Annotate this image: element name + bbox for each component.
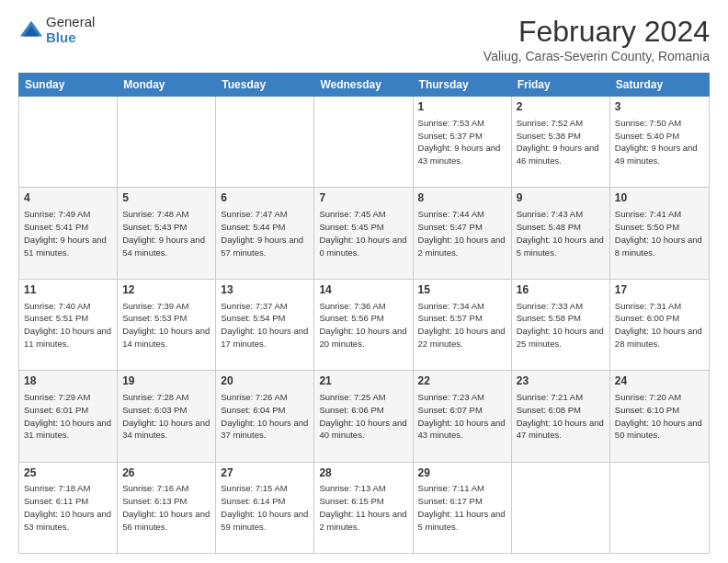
calendar-row-0: 1Sunrise: 7:53 AM Sunset: 5:37 PM Daylig… bbox=[19, 97, 709, 187]
cell-info: Sunrise: 7:31 AM Sunset: 6:00 PM Dayligh… bbox=[615, 300, 704, 350]
calendar-row-3: 18Sunrise: 7:29 AM Sunset: 6:01 PM Dayli… bbox=[19, 370, 709, 461]
cell-info: Sunrise: 7:45 AM Sunset: 5:45 PM Dayligh… bbox=[319, 208, 407, 259]
cal-cell-2-1: 12Sunrise: 7:39 AM Sunset: 5:53 PM Dayli… bbox=[118, 280, 216, 370]
cell-info: Sunrise: 7:49 AM Sunset: 5:41 PM Dayligh… bbox=[24, 208, 112, 259]
cell-info: Sunrise: 7:47 AM Sunset: 5:44 PM Dayligh… bbox=[221, 208, 309, 259]
cell-day-number: 10 bbox=[615, 190, 704, 206]
cell-info: Sunrise: 7:43 AM Sunset: 5:48 PM Dayligh… bbox=[517, 208, 605, 259]
cell-day-number: 8 bbox=[418, 190, 506, 206]
cal-cell-3-6: 24Sunrise: 7:20 AM Sunset: 6:10 PM Dayli… bbox=[610, 371, 709, 461]
cell-day-number: 5 bbox=[122, 190, 210, 206]
cal-cell-2-3: 14Sunrise: 7:36 AM Sunset: 5:56 PM Dayli… bbox=[314, 280, 413, 370]
logo: General Blue bbox=[18, 15, 95, 45]
cal-cell-2-0: 11Sunrise: 7:40 AM Sunset: 5:51 PM Dayli… bbox=[19, 280, 118, 370]
page: General Blue February 2024 Valiug, Caras… bbox=[0, 0, 728, 563]
cell-info: Sunrise: 7:11 AM Sunset: 6:17 PM Dayligh… bbox=[418, 482, 506, 533]
cell-day-number: 15 bbox=[418, 282, 506, 298]
cell-day-number: 29 bbox=[418, 465, 506, 481]
cell-info: Sunrise: 7:28 AM Sunset: 6:03 PM Dayligh… bbox=[122, 391, 210, 442]
cell-day-number: 25 bbox=[24, 465, 112, 481]
cal-cell-0-6: 3Sunrise: 7:50 AM Sunset: 5:40 PM Daylig… bbox=[610, 97, 709, 187]
cell-info: Sunrise: 7:52 AM Sunset: 5:38 PM Dayligh… bbox=[517, 117, 605, 167]
cell-info: Sunrise: 7:48 AM Sunset: 5:43 PM Dayligh… bbox=[122, 208, 210, 259]
cell-info: Sunrise: 7:37 AM Sunset: 5:54 PM Dayligh… bbox=[221, 300, 309, 350]
cal-cell-1-3: 7Sunrise: 7:45 AM Sunset: 5:45 PM Daylig… bbox=[314, 188, 413, 278]
cal-cell-4-6 bbox=[610, 463, 709, 553]
cal-cell-3-3: 21Sunrise: 7:25 AM Sunset: 6:06 PM Dayli… bbox=[314, 371, 413, 461]
cal-cell-4-5 bbox=[512, 463, 610, 553]
cell-day-number: 23 bbox=[517, 373, 605, 389]
cell-info: Sunrise: 7:13 AM Sunset: 6:15 PM Dayligh… bbox=[319, 482, 407, 533]
cell-day-number: 6 bbox=[221, 190, 309, 206]
cell-info: Sunrise: 7:53 AM Sunset: 5:37 PM Dayligh… bbox=[418, 117, 506, 167]
cell-day-number: 22 bbox=[418, 373, 506, 389]
cell-day-number: 7 bbox=[319, 190, 407, 206]
cal-cell-1-0: 4Sunrise: 7:49 AM Sunset: 5:41 PM Daylig… bbox=[19, 188, 118, 278]
cell-day-number: 24 bbox=[615, 373, 704, 389]
cal-cell-4-0: 25Sunrise: 7:18 AM Sunset: 6:11 PM Dayli… bbox=[19, 463, 118, 553]
cell-day-number: 16 bbox=[517, 282, 605, 298]
cal-cell-0-3 bbox=[314, 97, 413, 187]
calendar-row-1: 4Sunrise: 7:49 AM Sunset: 5:41 PM Daylig… bbox=[19, 187, 709, 278]
location: Valiug, Caras-Severin County, Romania bbox=[483, 49, 710, 63]
cell-day-number: 3 bbox=[615, 99, 704, 115]
cell-info: Sunrise: 7:18 AM Sunset: 6:11 PM Dayligh… bbox=[24, 482, 112, 533]
weekday-header-saturday: Saturday bbox=[610, 74, 709, 96]
cell-info: Sunrise: 7:15 AM Sunset: 6:14 PM Dayligh… bbox=[221, 482, 309, 533]
cell-day-number: 14 bbox=[319, 282, 407, 298]
cell-day-number: 28 bbox=[319, 465, 407, 481]
cal-cell-0-5: 2Sunrise: 7:52 AM Sunset: 5:38 PM Daylig… bbox=[512, 97, 610, 187]
cell-day-number: 17 bbox=[615, 282, 704, 298]
cell-day-number: 12 bbox=[122, 282, 210, 298]
calendar-body: 1Sunrise: 7:53 AM Sunset: 5:37 PM Daylig… bbox=[18, 97, 710, 554]
logo-icon bbox=[18, 17, 44, 43]
weekday-header-tuesday: Tuesday bbox=[216, 74, 314, 96]
cell-info: Sunrise: 7:29 AM Sunset: 6:01 PM Dayligh… bbox=[24, 391, 112, 442]
cell-day-number: 11 bbox=[24, 282, 112, 298]
cal-cell-0-0 bbox=[19, 97, 118, 187]
calendar: SundayMondayTuesdayWednesdayThursdayFrid… bbox=[18, 73, 710, 554]
cal-cell-4-4: 29Sunrise: 7:11 AM Sunset: 6:17 PM Dayli… bbox=[414, 463, 512, 553]
cell-day-number: 1 bbox=[418, 99, 506, 115]
cell-day-number: 13 bbox=[221, 282, 309, 298]
cell-day-number: 19 bbox=[122, 373, 210, 389]
cell-day-number: 4 bbox=[24, 190, 112, 206]
cal-cell-4-3: 28Sunrise: 7:13 AM Sunset: 6:15 PM Dayli… bbox=[314, 463, 413, 553]
cal-cell-3-5: 23Sunrise: 7:21 AM Sunset: 6:08 PM Dayli… bbox=[512, 371, 610, 461]
cell-info: Sunrise: 7:21 AM Sunset: 6:08 PM Dayligh… bbox=[517, 391, 605, 442]
cell-info: Sunrise: 7:44 AM Sunset: 5:47 PM Dayligh… bbox=[418, 208, 506, 259]
cal-cell-4-2: 27Sunrise: 7:15 AM Sunset: 6:14 PM Dayli… bbox=[216, 463, 314, 553]
cell-day-number: 27 bbox=[221, 465, 309, 481]
cell-day-number: 20 bbox=[221, 373, 309, 389]
title-area: February 2024 Valiug, Caras-Severin Coun… bbox=[483, 15, 710, 63]
cal-cell-1-6: 10Sunrise: 7:41 AM Sunset: 5:50 PM Dayli… bbox=[610, 188, 709, 278]
cell-info: Sunrise: 7:33 AM Sunset: 5:58 PM Dayligh… bbox=[517, 300, 605, 350]
logo-blue-text: Blue bbox=[46, 30, 95, 46]
cell-info: Sunrise: 7:34 AM Sunset: 5:57 PM Dayligh… bbox=[418, 300, 506, 350]
cal-cell-0-1 bbox=[118, 97, 216, 187]
cell-info: Sunrise: 7:50 AM Sunset: 5:40 PM Dayligh… bbox=[615, 117, 704, 167]
cal-cell-3-1: 19Sunrise: 7:28 AM Sunset: 6:03 PM Dayli… bbox=[118, 371, 216, 461]
cell-info: Sunrise: 7:23 AM Sunset: 6:07 PM Dayligh… bbox=[418, 391, 506, 442]
cell-day-number: 9 bbox=[517, 190, 605, 206]
cal-cell-2-2: 13Sunrise: 7:37 AM Sunset: 5:54 PM Dayli… bbox=[216, 280, 314, 370]
cell-info: Sunrise: 7:41 AM Sunset: 5:50 PM Dayligh… bbox=[615, 208, 704, 259]
cell-info: Sunrise: 7:25 AM Sunset: 6:06 PM Dayligh… bbox=[319, 391, 407, 442]
cell-info: Sunrise: 7:26 AM Sunset: 6:04 PM Dayligh… bbox=[221, 391, 309, 442]
cal-cell-3-4: 22Sunrise: 7:23 AM Sunset: 6:07 PM Dayli… bbox=[414, 371, 512, 461]
cal-cell-2-6: 17Sunrise: 7:31 AM Sunset: 6:00 PM Dayli… bbox=[610, 280, 709, 370]
cal-cell-1-5: 9Sunrise: 7:43 AM Sunset: 5:48 PM Daylig… bbox=[512, 188, 610, 278]
cal-cell-3-2: 20Sunrise: 7:26 AM Sunset: 6:04 PM Dayli… bbox=[216, 371, 314, 461]
cell-info: Sunrise: 7:40 AM Sunset: 5:51 PM Dayligh… bbox=[24, 300, 112, 350]
cal-cell-0-4: 1Sunrise: 7:53 AM Sunset: 5:37 PM Daylig… bbox=[414, 97, 512, 187]
cell-info: Sunrise: 7:39 AM Sunset: 5:53 PM Dayligh… bbox=[122, 300, 210, 350]
cal-cell-4-1: 26Sunrise: 7:16 AM Sunset: 6:13 PM Dayli… bbox=[118, 463, 216, 553]
month-title: February 2024 bbox=[483, 15, 710, 49]
cal-cell-2-5: 16Sunrise: 7:33 AM Sunset: 5:58 PM Dayli… bbox=[512, 280, 610, 370]
calendar-header: SundayMondayTuesdayWednesdayThursdayFrid… bbox=[18, 73, 710, 97]
cell-day-number: 2 bbox=[517, 99, 605, 115]
cal-cell-2-4: 15Sunrise: 7:34 AM Sunset: 5:57 PM Dayli… bbox=[414, 280, 512, 370]
cell-info: Sunrise: 7:16 AM Sunset: 6:13 PM Dayligh… bbox=[122, 482, 210, 533]
logo-text: General Blue bbox=[46, 15, 95, 45]
weekday-header-monday: Monday bbox=[118, 74, 216, 96]
